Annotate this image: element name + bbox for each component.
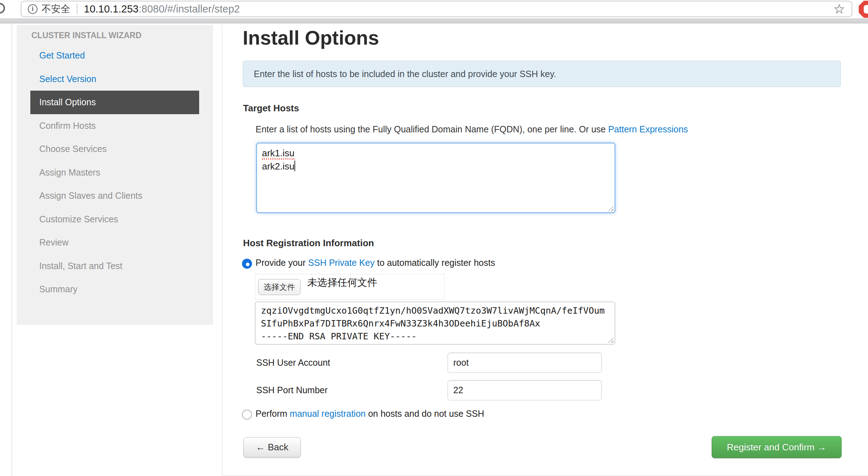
info-banner: Enter the list of hosts to be included i…	[243, 61, 841, 87]
sidebar-item-confirm-hosts: Confirm Hosts	[17, 114, 213, 138]
address-bar[interactable]: i 不安全 10.10.1.253:8080/#/installer/step2…	[21, 1, 852, 17]
manual-option-label: Perform manual registration on hosts and…	[256, 409, 484, 419]
info-banner-text: Enter the list of hosts to be included i…	[254, 69, 556, 79]
pattern-expressions-link[interactable]: Pattern Expressions	[608, 124, 688, 134]
sidebar-item-summary: Summary	[17, 278, 213, 301]
extension-icon[interactable]	[859, 1, 868, 18]
reload-icon[interactable]	[0, 3, 5, 14]
page-left-edge	[11, 24, 12, 476]
not-secure-label: 不安全	[41, 2, 70, 15]
page-info-icon[interactable]: i	[28, 4, 37, 14]
choose-file-button[interactable]: 选择文件	[258, 279, 301, 295]
target-hosts-heading: Target Hosts	[243, 103, 299, 114]
ssh-option-label: Provide your SSH Private Key to automati…	[256, 258, 495, 268]
sidebar-item-choose-services: Choose Services	[17, 137, 213, 161]
host-line: ark2.isu	[262, 160, 610, 173]
sidebar-item-get-started[interactable]: Get Started	[17, 44, 213, 67]
ssh-user-label: SSH User Account	[256, 358, 330, 368]
ssh-user-input[interactable]	[448, 353, 602, 373]
sidebar-item-review: Review	[17, 231, 213, 254]
ssh-key-line: zqziOVvgdtmgUcxo1G0qtfZ1yn/hO0SVadXWQ7tz…	[261, 304, 609, 317]
url-divider	[77, 4, 77, 14]
ssh-port-input[interactable]	[448, 380, 602, 400]
sidebar-item-assign-slaves-and-clients: Assign Slaves and Clients	[17, 184, 213, 208]
host-line: ark1.isu	[262, 147, 610, 160]
host-registration-heading: Host Registration Information	[243, 238, 374, 249]
ssh-key-textarea[interactable]: zqziOVvgdtmgUcxo1G0qtfZ1yn/hO0SVadXWQ7tz…	[255, 302, 615, 345]
resize-grip-icon[interactable]	[608, 206, 614, 211]
browser-bar: i 不安全 10.10.1.253:8080/#/installer/step2…	[0, 0, 868, 19]
target-hosts-description-text: Enter a list of hosts using the Fully Qu…	[256, 124, 608, 134]
bookmark-star-icon[interactable]: ☆	[833, 2, 845, 16]
ssh-key-radio[interactable]	[242, 259, 252, 269]
ssh-key-line: -----END RSA PRIVATE KEY-----	[261, 330, 609, 343]
back-button[interactable]: ← Back	[243, 437, 301, 457]
browser-bottom-strip	[0, 19, 868, 24]
hand-icon	[864, 5, 868, 14]
sidebar-item-customize-services: Customize Services	[17, 208, 213, 231]
cluster-install-wizard-sidebar: CLUSTER INSTALL WIZARD Get Started Selec…	[17, 25, 213, 325]
main-panel: Install Options Enter the list of hosts …	[222, 25, 868, 476]
target-hosts-textarea[interactable]: ark1.isu ark2.isu	[256, 143, 615, 213]
register-confirm-button[interactable]: Register and Confirm →	[712, 436, 842, 458]
file-status-text: 未选择任何文件	[307, 276, 377, 289]
sidebar-item-install-options: Install Options	[30, 91, 199, 114]
text-caret	[294, 161, 295, 171]
page: CLUSTER INSTALL WIZARD Get Started Selec…	[0, 24, 868, 476]
wizard-step-nav: Get Started Select Version Install Optio…	[17, 44, 213, 301]
sidebar-item-assign-masters: Assign Masters	[17, 161, 213, 184]
manual-registration-radio[interactable]	[242, 410, 252, 420]
url-path: :8080/#/installer/step2	[138, 3, 240, 15]
url-host: 10.10.1.253	[84, 3, 138, 15]
sidebar-item-select-version[interactable]: Select Version	[17, 67, 213, 91]
sidebar-item-install-start-and-test: Install, Start and Test	[17, 254, 213, 278]
manual-registration-link[interactable]: manual registration	[290, 409, 366, 419]
target-hosts-description: Enter a list of hosts using the Fully Qu…	[256, 124, 688, 135]
ssh-private-key-link[interactable]: SSH Private Key	[308, 258, 374, 268]
ssh-key-line: SIfuPhBxPaf7DITBRx6Qnrx4FwN33Z3k4h3ODeeh…	[261, 317, 609, 330]
sidebar-title: CLUSTER INSTALL WIZARD	[31, 31, 213, 40]
page-title: Install Options	[243, 26, 379, 49]
file-upload-box: 选择文件 未选择任何文件	[255, 274, 445, 299]
ssh-port-label: SSH Port Number	[256, 385, 328, 395]
